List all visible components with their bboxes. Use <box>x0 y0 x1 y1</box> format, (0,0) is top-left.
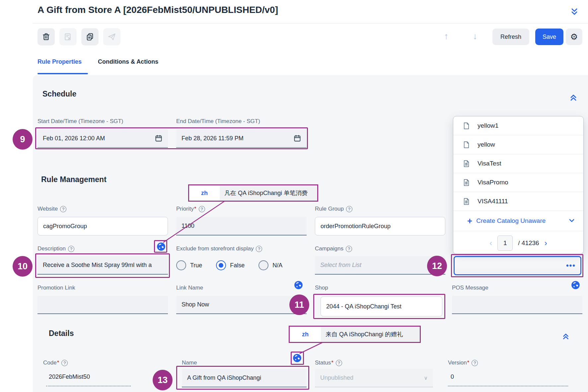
list-item[interactable]: yellow1 <box>453 116 583 135</box>
link-name-globe-icon[interactable] <box>294 281 303 290</box>
end-date-value: Feb 28, 2026 11:59 PM <box>182 135 244 142</box>
name-translation-tooltip: zh 来自 QA iShopChangi 的赠礼 <box>289 326 421 343</box>
details-heading: Details <box>49 329 74 338</box>
code-value: 2026FebMist50 <box>46 369 131 386</box>
trash-icon <box>42 33 50 41</box>
file-x-icon <box>64 33 72 41</box>
refresh-button[interactable]: Refresh <box>492 29 529 45</box>
page-total: / 41236 <box>518 239 539 247</box>
end-date-label: End Date/Time (Timezone - SGT) <box>176 118 260 125</box>
list-item[interactable]: VISA41111 <box>453 192 583 211</box>
copy-button[interactable] <box>81 28 99 45</box>
name-globe-icon[interactable] <box>293 354 302 362</box>
name-input[interactable]: A Gift from QA iShopChangi <box>182 369 307 387</box>
settings-button[interactable]: ⚙ <box>566 29 582 45</box>
promotion-link-label: Promotion Link <box>37 285 75 291</box>
annotation-badge-12: 12 <box>427 256 447 276</box>
website-label: Website <box>37 206 66 212</box>
list-item[interactable]: VisaTest <box>453 154 583 173</box>
dropdown-pagination: ‹ 1 / 41236 › <box>453 231 583 254</box>
radio-true[interactable] <box>176 260 186 270</box>
gear-icon: ⚙ <box>570 33 578 41</box>
header-divider <box>33 23 588 24</box>
description-input[interactable]: Receive a Soothe Mist Spray 99ml with a <box>37 256 168 275</box>
help-icon[interactable] <box>68 246 74 252</box>
catalog-search-input[interactable]: ••• <box>454 256 581 275</box>
pos-message-input[interactable] <box>452 296 582 314</box>
description-zh-text: 凡在 QA iShopChangi 单笔消费 <box>220 185 317 201</box>
campaigns-label: Campaigns <box>315 245 352 252</box>
annotation-badge-11: 11 <box>289 294 309 315</box>
website-input[interactable]: cagPromoGroup <box>37 217 168 235</box>
file-lines-icon <box>463 179 470 186</box>
status-value: Unpublished <box>320 374 353 381</box>
radio-na[interactable] <box>258 260 268 270</box>
rule-management-heading: Rule Management <box>41 175 107 184</box>
annotation-badge-10: 10 <box>13 256 33 277</box>
schedule-heading: Schedule <box>42 90 76 98</box>
lang-code-badge: zh <box>189 185 220 201</box>
name-label: Name <box>182 359 197 366</box>
unpublish-button[interactable] <box>59 28 77 45</box>
tab-rule-properties[interactable]: Rule Properties <box>37 58 82 65</box>
tab-conditions-actions[interactable]: Conditions & Actions <box>98 58 158 65</box>
help-icon[interactable] <box>199 206 205 212</box>
exclude-label: Exclude from storefront display <box>176 245 262 252</box>
name-zh-text: 来自 QA iShopChangi 的赠礼 <box>321 327 420 342</box>
start-date-input[interactable]: Feb 01, 2026 12:00 AM <box>37 129 168 148</box>
status-select[interactable]: Unpublished ∨ <box>315 369 433 387</box>
radio-false-label: False <box>230 262 245 269</box>
start-date-value: Feb 01, 2026 12:00 AM <box>43 135 105 142</box>
help-icon[interactable] <box>346 246 352 252</box>
delete-button[interactable] <box>37 28 55 45</box>
save-button[interactable]: Save <box>535 29 563 45</box>
nav-up-button[interactable]: ↑ <box>442 32 451 41</box>
shop-input[interactable]: 2044 - QA iShopChangi Test <box>321 296 442 316</box>
file-lines-icon <box>463 160 470 167</box>
calendar-icon[interactable] <box>293 134 301 142</box>
help-icon[interactable] <box>346 206 352 212</box>
description-globe-icon[interactable] <box>157 242 166 251</box>
page-prev-icon[interactable]: ‹ <box>489 238 492 248</box>
collapse-schedule-icon[interactable] <box>569 93 578 102</box>
help-icon[interactable] <box>472 360 478 366</box>
priority-input[interactable]: 1100 <box>176 217 307 235</box>
link-name-input[interactable]: Shop Now <box>176 296 307 314</box>
exclude-radio-group: True False N/A <box>176 260 282 270</box>
help-icon[interactable] <box>61 360 68 366</box>
create-catalog-unaware-button[interactable]: + Create Catalog Unaware <box>453 211 583 231</box>
page-title: A Gift from Store A [2026FebMist50/UNPUB… <box>37 5 278 15</box>
tab-active-underline <box>37 73 88 74</box>
radio-na-label: N/A <box>272 262 282 269</box>
plus-icon: + <box>467 217 472 225</box>
file-icon <box>463 141 470 149</box>
pos-message-globe-icon[interactable] <box>571 281 580 290</box>
nav-down-button[interactable]: ↓ <box>471 32 479 41</box>
calendar-icon[interactable] <box>155 134 163 142</box>
collapse-details-icon[interactable] <box>561 332 570 341</box>
help-icon[interactable] <box>336 360 342 366</box>
list-item[interactable]: VisaPromo <box>453 173 583 192</box>
annotation-badge-13: 13 <box>153 370 173 390</box>
page-next-icon[interactable]: › <box>545 238 547 248</box>
chevron-down-icon[interactable] <box>568 217 575 224</box>
pos-message-label: POS Message <box>452 285 488 291</box>
radio-false[interactable] <box>216 260 226 270</box>
campaigns-input[interactable]: Select from List <box>315 256 445 275</box>
description-translation-tooltip: zh 凡在 QA iShopChangi 单笔消费 <box>188 184 318 202</box>
promotion-link-input[interactable] <box>37 296 168 314</box>
value-help-icon[interactable]: ••• <box>566 262 576 269</box>
page-number-input[interactable]: 1 <box>497 235 513 251</box>
link-name-label: Link Name <box>176 285 203 291</box>
radio-true-label: True <box>190 262 202 269</box>
list-item[interactable]: yellow <box>453 135 583 154</box>
publish-button[interactable] <box>103 28 120 45</box>
end-date-input[interactable]: Feb 28, 2026 11:59 PM <box>176 129 307 148</box>
help-icon[interactable] <box>60 206 66 212</box>
rule-group-input[interactable]: orderPromotionRuleGroup <box>315 217 445 235</box>
collapse-header-icon[interactable] <box>569 7 579 17</box>
version-label: Version <box>448 359 478 366</box>
file-icon <box>463 122 470 130</box>
priority-label: Priority <box>176 206 205 212</box>
help-icon[interactable] <box>256 246 262 252</box>
